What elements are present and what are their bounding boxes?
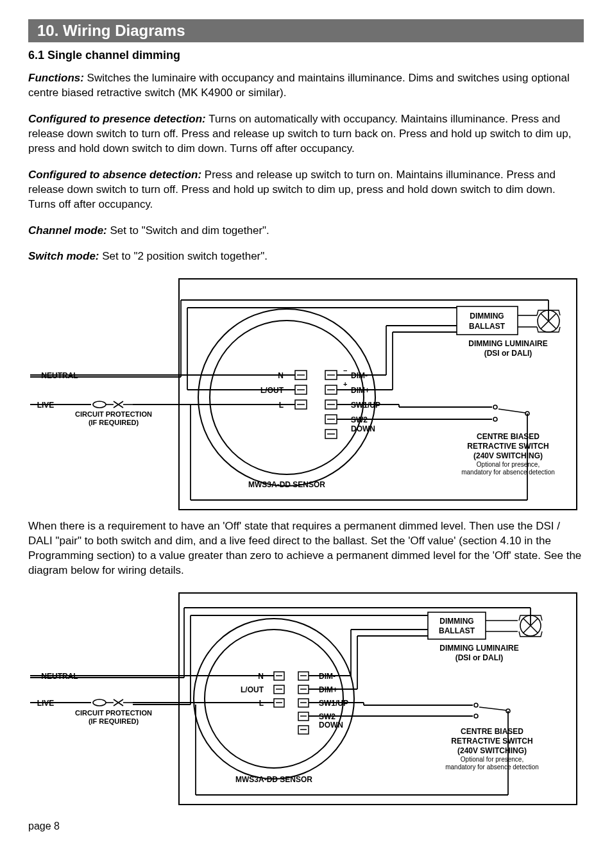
svg-text:Optional for presence,: Optional for presence,	[461, 756, 523, 763]
para-middle: When there is a requirement to have an '…	[28, 519, 584, 578]
lead-functions: Functions:	[28, 72, 84, 84]
svg-point-112	[93, 699, 106, 706]
svg-text:(240V SWITCHING): (240V SWITCHING)	[457, 746, 527, 755]
svg-point-133	[474, 714, 478, 718]
section-bar: 10. Wiring Diagrams	[28, 19, 584, 42]
svg-point-2	[210, 321, 364, 474]
svg-text:CENTRE BIASED: CENTRE BIASED	[461, 727, 523, 736]
body-channel: Set to "Switch and dim together".	[107, 224, 269, 237]
svg-text:RETRACTIVE SWITCH: RETRACTIVE SWITCH	[467, 442, 548, 451]
svg-point-56	[493, 417, 497, 421]
svg-text:DIMMING LUMINAIRE: DIMMING LUMINAIRE	[439, 644, 518, 653]
svg-text:+: +	[343, 380, 347, 388]
svg-text:BALLAST: BALLAST	[469, 322, 506, 331]
lead-switchmode: Switch mode:	[28, 250, 99, 262]
svg-text:(DSI or DALI): (DSI or DALI)	[455, 653, 504, 662]
svg-text:DIMMING: DIMMING	[439, 617, 473, 626]
svg-text:LIVE: LIVE	[37, 699, 55, 708]
svg-text:LIVE: LIVE	[37, 401, 55, 410]
svg-text:MWS3A-DD SENSOR: MWS3A-DD SENSOR	[235, 775, 312, 784]
wiring-diagram-1: − + N L/OUT L DIM- DIM+ SW1/UP SW2 DOWN	[28, 276, 584, 513]
svg-text:(IF REQUIRED): (IF REQUIRED)	[89, 419, 139, 426]
svg-text:BALLAST: BALLAST	[439, 626, 475, 635]
para-absence: Configured to absence detection: Press a…	[28, 168, 584, 212]
svg-text:CIRCUIT PROTECTION: CIRCUIT PROTECTION	[75, 709, 152, 717]
svg-text:RETRACTIVE SWITCH: RETRACTIVE SWITCH	[451, 737, 532, 746]
svg-text:DOWN: DOWN	[351, 424, 375, 433]
svg-text:mandatory for absence detectio: mandatory for absence detection	[461, 469, 555, 476]
body-functions: Switches the luminaire with occupancy an…	[28, 72, 570, 99]
svg-text:DIM-: DIM-	[351, 371, 368, 380]
svg-text:DIM-: DIM-	[319, 672, 336, 681]
body-switchmode: Set to "2 position switch together".	[99, 250, 268, 262]
svg-point-35	[93, 401, 106, 408]
svg-text:DIMMING: DIMMING	[470, 312, 504, 321]
svg-text:MWS3A-DD SENSOR: MWS3A-DD SENSOR	[248, 480, 325, 489]
svg-line-58	[498, 409, 525, 413]
lead-absence: Configured to absence detection:	[28, 169, 201, 181]
svg-text:CIRCUIT PROTECTION: CIRCUIT PROTECTION	[75, 410, 152, 418]
para-switch-mode: Switch mode: Set to "2 position switch t…	[28, 249, 584, 264]
svg-text:(DSI or DALI): (DSI or DALI)	[484, 349, 532, 358]
wiring-diagram-2: N L/OUT L DIM- DIM+ SW1/UP SW2 DOWN	[28, 590, 584, 808]
lead-presence: Configured to presence detection:	[28, 113, 206, 125]
svg-text:SW1/UP: SW1/UP	[351, 401, 380, 410]
svg-text:DIMMING LUMINAIRE: DIMMING LUMINAIRE	[468, 339, 547, 348]
subsection-heading: 6.1 Single channel dimming	[28, 49, 584, 62]
svg-point-55	[493, 405, 497, 409]
svg-text:CENTRE BIASED: CENTRE BIASED	[477, 432, 540, 441]
svg-text:L/OUT: L/OUT	[260, 386, 284, 395]
svg-point-132	[474, 703, 478, 707]
svg-text:L: L	[259, 699, 264, 708]
svg-rect-79	[179, 593, 577, 805]
svg-text:L: L	[279, 401, 284, 410]
svg-text:SW1/UP: SW1/UP	[319, 699, 348, 708]
page-number: page 8	[28, 821, 584, 832]
svg-text:(IF REQUIRED): (IF REQUIRED)	[89, 717, 139, 725]
svg-text:DIM+: DIM+	[351, 386, 370, 395]
svg-text:N: N	[278, 371, 284, 380]
svg-text:DOWN: DOWN	[319, 721, 343, 730]
svg-text:SW2: SW2	[319, 712, 336, 721]
svg-text:mandatory for absence detectio: mandatory for absence detection	[445, 764, 539, 771]
para-presence: Configured to presence detection: Turns …	[28, 112, 584, 156]
lead-channel: Channel mode:	[28, 224, 107, 237]
svg-text:N: N	[258, 672, 264, 681]
svg-text:−: −	[343, 367, 347, 374]
para-channel-mode: Channel mode: Set to "Switch and dim tog…	[28, 224, 584, 238]
svg-point-1	[198, 309, 375, 486]
svg-text:DIM+: DIM+	[319, 685, 337, 694]
svg-line-135	[479, 707, 506, 710]
svg-text:NEUTRAL: NEUTRAL	[41, 371, 78, 380]
svg-text:NEUTRAL: NEUTRAL	[41, 672, 78, 681]
svg-text:L/OUT: L/OUT	[241, 685, 264, 694]
svg-text:Optional for presence,: Optional for presence,	[477, 461, 540, 468]
svg-text:SW2: SW2	[351, 415, 368, 424]
para-functions: Functions: Switches the luminaire with o…	[28, 71, 584, 101]
svg-text:(240V SWITCHING): (240V SWITCHING)	[473, 451, 543, 460]
